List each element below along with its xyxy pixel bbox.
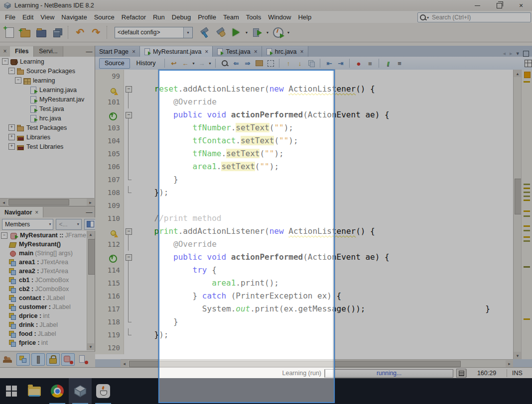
tab-close-icon[interactable]: × xyxy=(132,48,135,55)
fold-column[interactable] xyxy=(124,121,133,134)
fold-column[interactable]: − xyxy=(124,225,133,238)
menu-item-team[interactable]: Team xyxy=(220,12,243,22)
projects-hscrollbar[interactable]: ◂ ▸ xyxy=(0,198,94,206)
history-view-button[interactable]: History xyxy=(131,58,161,69)
config-select[interactable]: <default config>▾ xyxy=(115,27,193,38)
dropdown-caret-icon[interactable]: ▾ xyxy=(209,61,211,66)
menu-item-tools[interactable]: Tools xyxy=(243,12,265,22)
fold-column[interactable] xyxy=(124,186,133,199)
forward-icon[interactable]: → xyxy=(197,58,207,68)
tree-item-test-libraries[interactable]: +Test Libraries xyxy=(0,142,95,151)
navigator-vscrollbar[interactable]: ▴ ▾ xyxy=(87,231,95,350)
rect-select-icon[interactable] xyxy=(266,58,276,68)
stripe-mark[interactable] xyxy=(524,81,530,83)
quick-search[interactable]: ▾ xyxy=(417,12,531,22)
undo-icon[interactable]: ↶ xyxy=(73,25,88,40)
scroll-left-icon[interactable]: ◂ xyxy=(121,360,128,368)
dropdown-caret-icon[interactable]: ▾ xyxy=(266,30,268,35)
fold-column[interactable] xyxy=(124,173,133,186)
panel-minimize-icon[interactable]: — xyxy=(84,48,95,55)
search-dropdown-icon[interactable]: ▾ xyxy=(427,15,429,20)
fold-column[interactable] xyxy=(124,238,133,251)
profile-icon[interactable] xyxy=(270,25,285,40)
inherited-filter-icon[interactable] xyxy=(1,353,15,366)
fold-collapse-icon[interactable]: − xyxy=(126,112,132,118)
fold-column[interactable] xyxy=(124,264,133,277)
stripe-mark[interactable] xyxy=(524,210,530,212)
navigator-item[interactable]: MyResturant() xyxy=(0,240,87,249)
minimize-button[interactable] xyxy=(466,0,488,11)
warnings-indicator-icon[interactable] xyxy=(524,72,531,78)
fold-column[interactable] xyxy=(124,212,133,225)
stripe-mark[interactable] xyxy=(524,184,530,185)
build-icon[interactable] xyxy=(197,25,212,40)
stop-macro-icon[interactable]: ■ xyxy=(365,58,376,68)
fold-column[interactable] xyxy=(124,290,133,303)
menu-item-window[interactable]: Window xyxy=(265,12,294,22)
comment-icon[interactable]: // xyxy=(383,58,394,68)
expander-icon[interactable]: + xyxy=(8,143,15,150)
tree-item-libraries[interactable]: +Libraries xyxy=(0,132,95,142)
stripe-mark[interactable] xyxy=(524,230,530,231)
members-filter-select[interactable]: Members ▾ xyxy=(2,219,53,230)
uncomment-icon[interactable]: ≡ xyxy=(395,58,405,68)
expander-icon[interactable]: − xyxy=(8,68,15,74)
navigator-close-icon[interactable]: × xyxy=(35,209,38,216)
fold-collapse-icon[interactable]: − xyxy=(126,228,132,235)
bulb-warning-icon[interactable] xyxy=(111,88,117,95)
fold-column[interactable]: − xyxy=(124,251,133,264)
redo-icon[interactable]: ↷ xyxy=(89,25,104,40)
fields-filter-icon[interactable] xyxy=(16,353,30,366)
nonpublic-filter-icon[interactable] xyxy=(61,353,75,366)
navigator-item[interactable]: food :JLabel xyxy=(0,329,87,338)
save-all-icon[interactable] xyxy=(50,25,65,40)
static-filter-icon[interactable] xyxy=(31,353,45,366)
netbeans-button[interactable] xyxy=(69,378,92,404)
tab-list-icon[interactable]: ▾ xyxy=(516,50,519,57)
stripe-mark[interactable] xyxy=(524,240,530,242)
editor-tab-myresturant-java[interactable]: MyResturant.java× xyxy=(140,46,213,57)
clean-build-icon[interactable] xyxy=(213,25,228,40)
tab-close-icon[interactable]: × xyxy=(254,48,258,55)
last-edit-icon[interactable]: ↩ xyxy=(169,58,179,68)
stripe-mark[interactable] xyxy=(524,318,530,320)
fold-column[interactable] xyxy=(124,303,133,315)
scroll-right-icon[interactable]: ▸ xyxy=(87,199,94,206)
highlight-icon[interactable] xyxy=(254,58,265,68)
fold-column[interactable] xyxy=(124,328,133,341)
source-view-button[interactable]: Source xyxy=(99,58,130,69)
navigator-item[interactable]: cb2 :JComboBox xyxy=(0,285,87,294)
next-occurrence-icon[interactable]: ⇒ xyxy=(243,58,253,68)
stop-process-button[interactable] xyxy=(456,369,466,378)
tree-item-learning-java[interactable]: Learning.java xyxy=(0,85,95,95)
editor-tab-start-page[interactable]: Start Page× xyxy=(95,46,140,57)
menu-item-help[interactable]: Help xyxy=(294,12,315,22)
expander-icon[interactable]: − xyxy=(15,77,21,84)
menu-item-navigate[interactable]: Navigate xyxy=(58,12,90,22)
panel-close-icon[interactable]: × xyxy=(0,48,10,55)
chrome-button[interactable] xyxy=(46,378,69,404)
scroll-tabs-right-icon[interactable]: ▸ xyxy=(510,50,513,57)
new-file-icon[interactable] xyxy=(2,25,17,40)
fold-column[interactable] xyxy=(124,341,133,354)
tree-item-test-java[interactable]: Test.java xyxy=(0,104,95,113)
navigator-item[interactable]: cb1 :JComboBox xyxy=(0,276,87,285)
navigator-item[interactable]: fprice :int xyxy=(0,338,87,347)
navigator-minimize-icon[interactable]: — xyxy=(84,208,95,216)
stripe-mark[interactable] xyxy=(524,192,530,193)
tab-close-icon[interactable]: × xyxy=(300,48,304,55)
sortsrc-filter-icon[interactable] xyxy=(76,353,90,366)
open-project-icon[interactable] xyxy=(34,25,49,40)
fold-column[interactable] xyxy=(124,160,133,173)
bulb-warning-icon[interactable] xyxy=(111,230,117,237)
scroll-up-icon[interactable]: ▴ xyxy=(514,70,522,77)
menu-item-file[interactable]: File xyxy=(1,12,19,22)
navigator-item[interactable]: dprice :int xyxy=(0,311,87,320)
stripe-mark[interactable] xyxy=(524,225,530,227)
menu-item-source[interactable]: Source xyxy=(91,12,118,22)
expander-icon[interactable]: − xyxy=(1,232,7,239)
scroll-left-icon[interactable]: ◂ xyxy=(0,199,7,206)
dropdown-caret-icon[interactable]: ▾ xyxy=(287,30,289,35)
menu-item-debug[interactable]: Debug xyxy=(168,12,194,22)
stripe-mark[interactable] xyxy=(524,200,530,201)
